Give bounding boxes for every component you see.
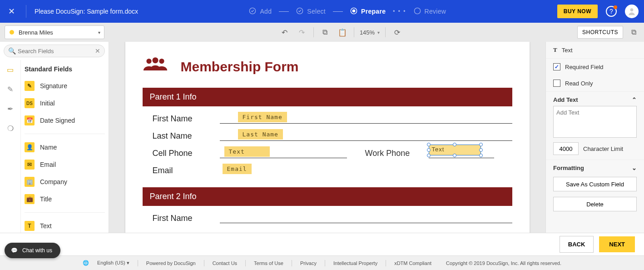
step-add[interactable]: Add bbox=[249, 7, 272, 16]
resize-handle-icon[interactable] bbox=[479, 143, 483, 146]
footer-link-terms[interactable]: Terms of Use bbox=[254, 260, 283, 266]
radio-active-icon bbox=[350, 7, 357, 16]
chat-icon: 💬 bbox=[11, 247, 18, 254]
checkbox-readonly[interactable] bbox=[553, 80, 560, 87]
seal-tab-icon[interactable]: ❍ bbox=[7, 124, 14, 133]
document-canvas[interactable]: Membership Form Parent 1 Info First Name… bbox=[109, 42, 545, 255]
step-prepare[interactable]: Prepare bbox=[350, 7, 386, 16]
step-label: Prepare bbox=[361, 8, 386, 15]
char-limit-input[interactable] bbox=[553, 142, 579, 155]
svg-point-8 bbox=[159, 59, 164, 64]
copy-settings-icon[interactable]: ⧉ bbox=[628, 28, 639, 36]
undo-icon[interactable]: ↶ bbox=[279, 28, 291, 37]
char-limit-label: Character Limit bbox=[583, 145, 623, 152]
placed-field-email[interactable]: Email bbox=[223, 164, 252, 174]
close-icon[interactable]: ✕ bbox=[5, 6, 18, 16]
buy-now-button[interactable]: BUY NOW bbox=[557, 5, 598, 18]
avatar[interactable] bbox=[625, 5, 639, 18]
toolbar-center: ↶ ↷ ⧉ 📋 145% ▾ ⟳ bbox=[104, 27, 577, 37]
check-circle-icon bbox=[296, 7, 303, 16]
caret-down-icon: ▾ bbox=[98, 30, 100, 35]
step-select[interactable]: Select bbox=[296, 7, 326, 16]
footer-link-ip[interactable]: Intellectual Property bbox=[333, 260, 377, 266]
field-type-label: Text bbox=[562, 47, 573, 54]
label-email: Email bbox=[143, 166, 220, 175]
resize-handle-icon[interactable] bbox=[453, 143, 456, 146]
footer-link-xdtm[interactable]: xDTM Compliant bbox=[394, 260, 431, 266]
input-line: First Name bbox=[220, 113, 512, 124]
formatting-header[interactable]: Formatting ⌄ bbox=[546, 160, 644, 174]
notification-dot-icon bbox=[614, 5, 617, 9]
resize-handle-icon[interactable] bbox=[479, 148, 483, 152]
field-label: Text bbox=[40, 222, 52, 230]
field-type-row: T Text bbox=[546, 42, 644, 59]
step-separator-dots: • • • bbox=[393, 8, 406, 15]
placed-field-last-name[interactable]: Last Name bbox=[238, 129, 283, 140]
chevron-up-icon: ⌃ bbox=[632, 96, 637, 103]
field-initial[interactable]: DSInitial bbox=[21, 95, 109, 112]
rotate-icon[interactable]: ⟳ bbox=[391, 28, 403, 37]
clear-icon[interactable]: ✕ bbox=[95, 47, 100, 55]
text-icon: T bbox=[553, 46, 557, 54]
divider bbox=[292, 260, 292, 266]
placed-field-first-name[interactable]: First Name bbox=[238, 112, 287, 122]
add-text-input[interactable] bbox=[553, 106, 637, 138]
paste-icon[interactable]: 📋 bbox=[337, 28, 348, 37]
recipient-select[interactable]: Brenna Miles ▾ bbox=[5, 25, 104, 39]
resize-handle-icon[interactable] bbox=[427, 148, 431, 152]
language-label: English (US) bbox=[97, 260, 125, 265]
zoom-select[interactable]: 145% ▾ bbox=[360, 29, 380, 36]
back-button[interactable]: BACK bbox=[560, 236, 594, 253]
field-text[interactable]: TText bbox=[21, 217, 109, 235]
save-custom-field-button[interactable]: Save As Custom Field bbox=[553, 177, 637, 191]
help-icon[interactable]: ? bbox=[606, 6, 617, 17]
search-icon: 🔍 bbox=[8, 47, 16, 55]
resize-handle-icon[interactable] bbox=[427, 154, 431, 157]
readonly-row[interactable]: Read Only bbox=[546, 75, 644, 92]
check-circle-icon bbox=[249, 7, 256, 16]
selected-field-text[interactable]: Text bbox=[429, 145, 481, 155]
field-date-signed[interactable]: 📅Date Signed bbox=[21, 112, 109, 129]
copyright: Copyright © 2019 DocuSign, Inc. All righ… bbox=[446, 260, 561, 266]
copy-icon[interactable]: ⧉ bbox=[319, 28, 331, 36]
resize-handle-icon[interactable] bbox=[453, 154, 456, 157]
divider bbox=[204, 260, 204, 266]
divider bbox=[26, 5, 26, 18]
field-email[interactable]: ✉Email bbox=[21, 156, 109, 173]
zoom-value: 145% bbox=[360, 29, 375, 36]
footer-link-contact[interactable]: Contact Us bbox=[213, 260, 237, 266]
placed-field-text[interactable]: Text bbox=[224, 146, 270, 157]
field-name[interactable]: 👤Name bbox=[21, 139, 109, 156]
document-page[interactable]: Membership Form Parent 1 Info First Name… bbox=[125, 42, 530, 255]
footer-link-privacy[interactable]: Privacy bbox=[300, 260, 317, 266]
resize-handle-icon[interactable] bbox=[427, 143, 431, 146]
input-line: Email bbox=[220, 165, 512, 175]
language-select[interactable]: English (US) ▾ bbox=[97, 260, 129, 266]
step-separator bbox=[279, 11, 289, 12]
step-label: Add bbox=[260, 8, 272, 15]
required-row[interactable]: Required Field bbox=[546, 59, 644, 75]
field-label: Company bbox=[40, 178, 67, 185]
field-title[interactable]: 💼Title bbox=[21, 190, 109, 208]
add-text-header[interactable]: Add Text ⌃ bbox=[546, 92, 644, 106]
step-review[interactable]: Review bbox=[414, 7, 446, 16]
field-company[interactable]: 🏢Company bbox=[21, 173, 109, 190]
search-input[interactable] bbox=[4, 45, 105, 57]
field-label: Title bbox=[40, 195, 52, 203]
redo-icon[interactable]: ↷ bbox=[296, 28, 308, 37]
standard-fields-tab-icon[interactable]: ▭ bbox=[7, 65, 14, 74]
custom-fields-tab-icon[interactable]: ✎ bbox=[7, 85, 13, 94]
resize-handle-icon[interactable] bbox=[479, 154, 483, 157]
field-label: Name bbox=[40, 144, 57, 151]
divider bbox=[386, 260, 386, 266]
shortcuts-button[interactable]: SHORTCUTS bbox=[577, 26, 623, 39]
chat-widget[interactable]: 💬 Chat with us bbox=[5, 243, 60, 258]
pen-tab-icon[interactable]: ✒ bbox=[7, 105, 13, 113]
step-separator bbox=[333, 11, 343, 12]
delete-button[interactable]: Delete bbox=[553, 197, 637, 211]
field-signature[interactable]: ✎Signature bbox=[21, 77, 109, 95]
checkbox-required[interactable] bbox=[553, 63, 560, 70]
building-icon: 🏢 bbox=[25, 177, 35, 187]
label-last-name: Last Name bbox=[143, 131, 220, 141]
next-button[interactable]: NEXT bbox=[599, 236, 635, 252]
